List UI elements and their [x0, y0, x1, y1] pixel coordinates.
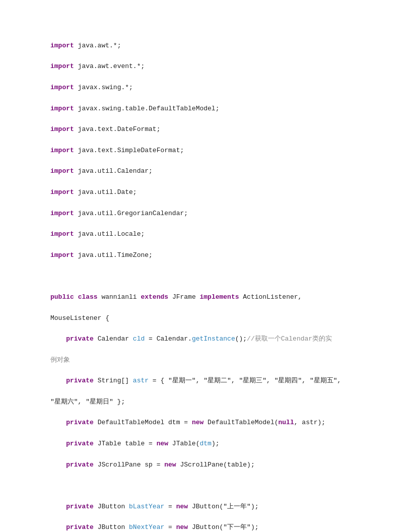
line-11: import java.util.TimeZone; — [50, 250, 381, 261]
keyword-implements: implements — [200, 293, 239, 301]
line-astr-cont: "星期六", "星期日" }; — [50, 397, 381, 408]
line-astr: private String[] astr = { "星期一", "星期二", … — [50, 376, 381, 386]
keyword-private-2: private — [66, 377, 94, 384]
line-7: import java.util.Calendar; — [50, 166, 381, 177]
var-astr: astr — [133, 377, 149, 384]
comment-cld-cont: 例对象 — [50, 356, 70, 364]
keyword-import-10: import — [50, 230, 74, 238]
line-9: import java.util.GregorianCalendar; — [50, 209, 381, 219]
line-1: import java.awt.*; — [50, 41, 381, 51]
var-blastyear: bLastYear — [129, 503, 164, 510]
var-bnextyear: bNextYear — [129, 523, 164, 531]
line-cld-cont: 例对象 — [50, 355, 381, 366]
keyword-import-9: import — [50, 210, 74, 217]
keyword-import-7: import — [50, 167, 74, 175]
line-6: import java.text.SimpleDateFormat; — [50, 146, 381, 156]
keyword-private-1: private — [66, 335, 94, 343]
keyword-null: null — [279, 419, 294, 426]
keyword-private-5: private — [66, 461, 94, 469]
keyword-extends: extends — [141, 293, 168, 301]
line-10: import java.util.Locale; — [50, 229, 381, 240]
keyword-import-2: import — [50, 62, 74, 70]
line-table: private JTable table = new JTable(dtm); — [50, 439, 381, 449]
keyword-private-3: private — [66, 419, 94, 426]
keyword-new-3: new — [164, 461, 176, 469]
line-cld: private Calendar cld = Calendar.getInsta… — [50, 334, 381, 345]
line-5: import java.text.DateFormat; — [50, 124, 381, 135]
keyword-import-3: import — [50, 84, 74, 91]
line-2: import java.awt.event.*; — [50, 61, 381, 72]
line-3: import javax.swing.*; — [50, 83, 381, 93]
method-getinstance: getInstance — [192, 335, 235, 343]
keyword-new-2: new — [157, 440, 168, 447]
keyword-import-5: import — [50, 125, 74, 133]
line-8: import java.util.Date; — [50, 187, 381, 198]
line-class: public class wannianli extends JFrame im… — [50, 292, 381, 303]
var-cld: cld — [133, 335, 145, 343]
line-blastyear: private JButton bLastYear = new JButton(… — [50, 502, 381, 512]
line-4: import javax.swing.table.DefaultTableMod… — [50, 104, 381, 114]
keyword-private-7: private — [66, 523, 94, 531]
line-blank-1 — [50, 271, 381, 282]
line-sp: private JScrollPane sp = new JScrollPane… — [50, 460, 381, 471]
keyword-import-4: import — [50, 105, 74, 112]
keyword-new-1: new — [192, 419, 203, 426]
keyword-class: class — [78, 293, 98, 301]
line-blank-2 — [50, 481, 381, 491]
keyword-import-8: import — [50, 188, 74, 196]
keyword-new-5: new — [176, 523, 188, 531]
keyword-private-4: private — [66, 440, 94, 447]
keyword-private-6: private — [66, 503, 94, 510]
keyword-import-1: import — [50, 42, 74, 49]
line-dtm: private DefaultTableModel dtm = new Defa… — [50, 418, 381, 428]
var-dtm-ref: dtm — [199, 440, 211, 447]
line-mouselistener: MouseListener { — [50, 313, 381, 324]
line-bnextyear: private JButton bNextYear = new JButton(… — [50, 522, 381, 532]
keyword-import-6: import — [50, 147, 74, 154]
keyword-new-4: new — [176, 503, 188, 510]
keyword-import-11: import — [50, 251, 74, 259]
keyword-public: public — [50, 293, 74, 301]
code-editor: import java.awt.*; import java.awt.event… — [50, 30, 381, 532]
comment-cld: //获取一个Calendar类的实 — [247, 335, 332, 343]
